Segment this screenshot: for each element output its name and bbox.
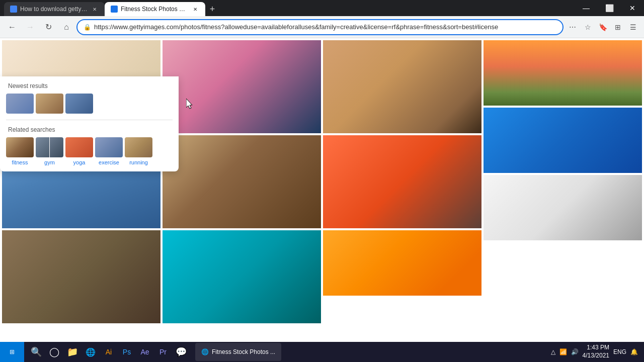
- image-sunset-hills: [484, 40, 642, 106]
- taskbar-item-favicon: 🌐: [201, 348, 209, 355]
- collections-button[interactable]: 🔖: [596, 20, 610, 34]
- premiere-button[interactable]: Pr: [155, 344, 171, 360]
- newest-results-label: Newest results: [0, 80, 179, 94]
- home-button[interactable]: ⌂: [58, 19, 74, 35]
- image-weights: [163, 135, 321, 228]
- taskbar-open-items: 🌐 Fitness Stock Photos ...: [193, 343, 545, 361]
- tray-network-icon[interactable]: 📶: [559, 348, 567, 355]
- tray-time: 1:43 PM: [583, 344, 609, 352]
- search-taskbar-button[interactable]: 🔍: [28, 344, 44, 360]
- nav-bar: ← → ↻ ⌂ 🔒 https://www.gettyimages.com/ph…: [0, 16, 644, 38]
- photoshop-button[interactable]: Ps: [119, 344, 135, 360]
- tab-fitness-stock[interactable]: Fitness Stock Photos and Pict... ✕: [105, 2, 205, 16]
- taskbar-tray: △ 📶 🔊 1:43 PM 4/13/2021 ENG 🔔: [545, 344, 644, 359]
- window-controls: — ⬜ ✕: [575, 0, 644, 16]
- menu-button[interactable]: ☰: [626, 20, 640, 34]
- explorer-button[interactable]: 📁: [64, 344, 80, 360]
- lock-icon: 🔒: [84, 24, 91, 31]
- related-label-gym: gym: [44, 159, 55, 165]
- image-kitchen: [323, 40, 481, 133]
- image-item-12[interactable]: [484, 175, 642, 240]
- tab1-title: How to download getty imag...: [20, 6, 88, 13]
- page-content: Newest results Related searches fitness: [0, 38, 644, 342]
- image-item-3[interactable]: [2, 230, 160, 323]
- start-icon: ⊞: [10, 348, 15, 355]
- related-thumb-fitness: [6, 137, 34, 157]
- tab2-close[interactable]: ✕: [191, 5, 199, 13]
- image-dance-group: [323, 135, 481, 228]
- tray-language[interactable]: ENG: [613, 348, 626, 355]
- url-text: https://www.gettyimages.com/photos/fitne…: [94, 23, 556, 31]
- related-searches-row: fitness gym yoga ex: [0, 137, 179, 165]
- image-blue-woman: [163, 230, 321, 323]
- minimize-button[interactable]: —: [575, 0, 598, 16]
- image-item-5[interactable]: [163, 135, 321, 228]
- related-label-exercise: exercise: [99, 159, 119, 165]
- browser-window: How to download getty imag... ✕ Fitness …: [0, 0, 644, 342]
- related-thumb-running: [125, 137, 152, 157]
- start-button[interactable]: ⊞: [0, 342, 24, 362]
- favorites-button[interactable]: ☆: [581, 20, 595, 34]
- tab1-favicon: [10, 6, 17, 13]
- image-item-4[interactable]: [163, 40, 321, 133]
- dropdown-divider: [6, 120, 173, 120]
- image-food-kitchen: [323, 230, 481, 296]
- image-pink-woman: [163, 40, 321, 133]
- address-bar[interactable]: 🔒 https://www.gettyimages.com/photos/fit…: [76, 19, 564, 35]
- related-label-running: running: [129, 159, 148, 165]
- newest-thumb-2[interactable]: [36, 94, 63, 114]
- image-item-10[interactable]: [484, 40, 642, 106]
- tray-hidden-icons[interactable]: △: [551, 348, 555, 355]
- taskbar-item-label: Fitness Stock Photos ...: [212, 348, 275, 355]
- related-label-fitness: fitness: [12, 159, 28, 165]
- extensions-button[interactable]: ⋯: [566, 20, 580, 34]
- related-item-yoga[interactable]: yoga: [65, 137, 93, 165]
- related-item-gym[interactable]: gym: [36, 137, 63, 165]
- taskbar-item-fitness[interactable]: 🌐 Fitness Stock Photos ...: [195, 343, 281, 361]
- newest-thumb-3[interactable]: [65, 94, 93, 114]
- image-item-11[interactable]: [484, 108, 642, 173]
- related-thumb-gym-2: [50, 137, 63, 157]
- image-item-7[interactable]: [323, 40, 481, 133]
- image-item-9[interactable]: [323, 230, 481, 296]
- new-tab-button[interactable]: +: [205, 2, 219, 16]
- tray-clock[interactable]: 1:43 PM 4/13/2021: [583, 344, 609, 359]
- tabs-area: How to download getty imag... ✕ Fitness …: [4, 0, 575, 16]
- tray-date: 4/13/2021: [583, 352, 609, 360]
- tray-sound-icon[interactable]: 🔊: [571, 348, 579, 355]
- taskbar-pinned-icons: 🔍 ◯ 📁 🌐 Ai Ps Ae Pr 💬: [24, 344, 193, 360]
- maximize-button[interactable]: ⬜: [598, 0, 621, 16]
- forward-button[interactable]: →: [22, 19, 38, 35]
- split-screen-button[interactable]: ⊞: [611, 20, 625, 34]
- tab1-close[interactable]: ✕: [91, 5, 99, 13]
- related-thumb-exercise: [95, 137, 123, 157]
- skype-button[interactable]: 💬: [173, 344, 189, 360]
- image-item-8[interactable]: [323, 135, 481, 228]
- related-label-yoga: yoga: [73, 159, 86, 165]
- newest-results-thumbs: [0, 94, 179, 120]
- newest-thumb-1[interactable]: [6, 94, 34, 114]
- back-button[interactable]: ←: [4, 19, 20, 35]
- tray-notification-button[interactable]: 🔔: [630, 348, 638, 355]
- related-item-fitness[interactable]: fitness: [6, 137, 34, 165]
- related-item-running[interactable]: running: [125, 137, 152, 165]
- related-searches-label: Related searches: [0, 124, 179, 137]
- nav-extras: ⋯ ☆ 🔖 ⊞ ☰: [566, 20, 640, 34]
- tab2-title: Fitness Stock Photos and Pict...: [121, 6, 188, 13]
- image-blue-gym: [484, 108, 642, 173]
- related-thumb-yoga: [65, 137, 93, 157]
- after-effects-button[interactable]: Ae: [137, 344, 153, 360]
- related-item-exercise[interactable]: exercise: [95, 137, 123, 165]
- close-button[interactable]: ✕: [621, 0, 644, 16]
- taskbar: ⊞ 🔍 ◯ 📁 🌐 Ai Ps Ae Pr 💬 🌐 Fitness Stock …: [0, 342, 644, 362]
- title-bar: How to download getty imag... ✕ Fitness …: [0, 0, 644, 16]
- refresh-button[interactable]: ↻: [40, 19, 56, 35]
- related-thumb-gym-1: [36, 137, 49, 157]
- search-dropdown: Newest results Related searches fitness: [0, 76, 179, 171]
- tab-how-to-download[interactable]: How to download getty imag... ✕: [4, 2, 105, 16]
- illustrator-button[interactable]: Ai: [101, 344, 117, 360]
- image-item-6[interactable]: [163, 230, 321, 323]
- cortana-button[interactable]: ◯: [46, 344, 62, 360]
- chrome-button[interactable]: 🌐: [83, 344, 99, 360]
- tab2-favicon: [111, 6, 118, 13]
